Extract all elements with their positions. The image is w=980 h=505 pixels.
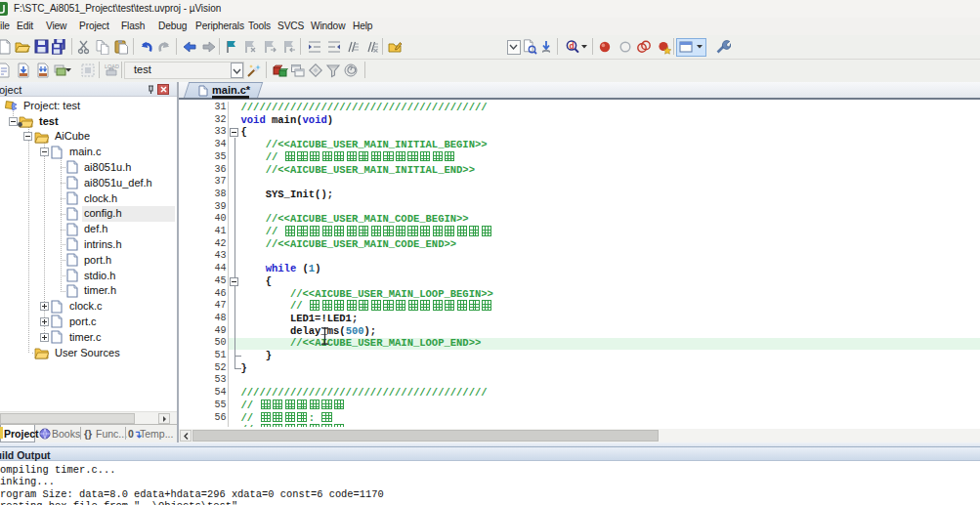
svg-text:d: d xyxy=(570,41,575,51)
